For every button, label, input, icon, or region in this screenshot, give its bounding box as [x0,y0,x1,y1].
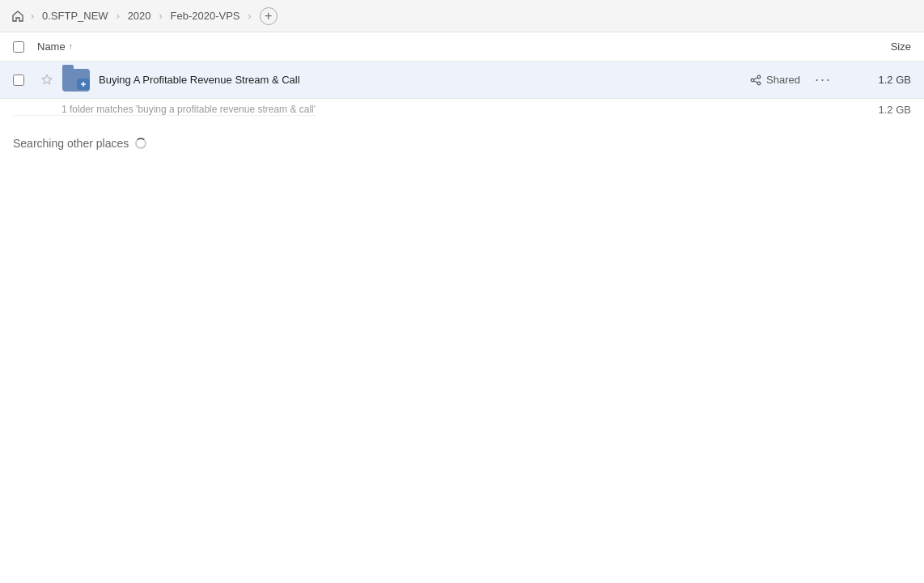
svg-point-0 [757,75,761,79]
breadcrumb-item-2020[interactable]: 2020 [125,8,155,23]
svg-line-3 [754,77,758,79]
match-count-label: 1 folder matches 'buying a profitable re… [13,104,316,116]
svg-point-1 [751,79,754,82]
breadcrumb-sep-3: › [159,11,163,22]
sort-arrow-icon: ↑ [69,42,73,51]
svg-point-2 [757,82,761,85]
searching-label: Searching other places [13,137,129,150]
folder-icon [61,66,91,95]
match-size-label: 1.2 GB [879,104,911,116]
file-size: 1.2 GB [846,74,911,86]
file-name-label: Buying A Profitable Revenue Stream & Cal… [99,74,749,86]
breadcrumb-sep-1: › [31,11,34,22]
loading-spinner [135,138,146,149]
match-row: 1 folder matches 'buying a profitable re… [0,99,924,121]
breadcrumb-sep-4: › [248,11,252,22]
breadcrumb-item-feb[interactable]: Feb-2020-VPS [167,8,244,23]
breadcrumb-sep-2: › [117,11,120,22]
row-checkbox[interactable] [13,74,24,86]
searching-section: Searching other places [0,121,924,158]
breadcrumb: › 0.SFTP_NEW › 2020 › Feb-2020-VPS › + [10,7,278,25]
add-folder-button[interactable]: + [260,7,278,25]
select-all-checkbox[interactable] [13,41,24,53]
breadcrumb-item-sftp[interactable]: 0.SFTP_NEW [39,8,112,23]
star-button[interactable] [37,74,57,87]
file-actions: Shared ··· [749,70,837,90]
name-column-header[interactable]: Name ↑ [37,40,830,53]
toolbar: › 0.SFTP_NEW › 2020 › Feb-2020-VPS › + [0,0,924,32]
home-button[interactable] [10,8,26,24]
file-row[interactable]: Buying A Profitable Revenue Stream & Cal… [0,62,924,99]
more-options-button[interactable]: ··· [810,70,837,90]
size-column-header: Size [830,40,911,53]
shared-label: Shared [766,74,800,86]
column-header: Name ↑ Size [0,32,924,62]
row-checkbox-container[interactable] [13,74,37,86]
shared-badge[interactable]: Shared [749,74,800,87]
svg-line-4 [754,80,758,82]
select-all-checkbox-container[interactable] [13,41,37,53]
